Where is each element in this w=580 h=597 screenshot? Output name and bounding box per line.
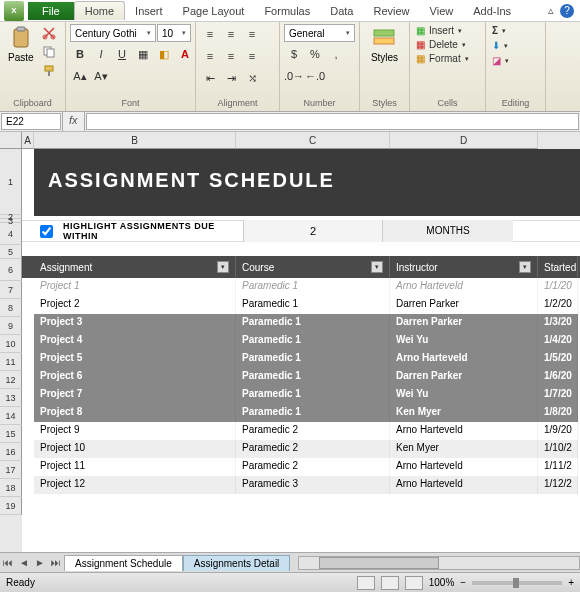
orientation-button[interactable]: ⤭	[242, 68, 262, 88]
decrease-indent-button[interactable]: ⇤	[200, 68, 220, 88]
cut-button[interactable]	[40, 24, 58, 42]
row-header[interactable]: 4	[0, 223, 22, 245]
table-cell[interactable]: Paramedic 1	[236, 386, 390, 404]
table-cell[interactable]: Paramedic 1	[236, 368, 390, 386]
row-header[interactable]: 8	[0, 299, 22, 317]
table-cell[interactable]: Darren Parker	[390, 314, 538, 332]
row-header[interactable]: 6	[0, 259, 22, 281]
tab-addins[interactable]: Add-Ins	[463, 2, 521, 20]
scrollbar-thumb[interactable]	[319, 557, 439, 569]
highlight-value-cell[interactable]: 2	[243, 220, 383, 242]
table-row[interactable]: Project 12Paramedic 3Arno Harteveld1/12/…	[22, 476, 580, 494]
table-cell[interactable]: Arno Harteveld	[390, 350, 538, 368]
table-cell[interactable]: Arno Harteveld	[390, 476, 538, 494]
table-cell[interactable]: Project 3	[34, 314, 236, 332]
table-cell[interactable]: 1/3/20	[538, 314, 578, 332]
table-cell[interactable]: Wei Yu	[390, 332, 538, 350]
fx-button[interactable]: fx	[62, 112, 85, 131]
row-header[interactable]: 17	[0, 461, 22, 479]
row-header[interactable]: 1	[0, 149, 22, 215]
format-cells-button[interactable]: ▦Format▾	[414, 52, 471, 65]
formula-input[interactable]	[86, 113, 579, 130]
table-cell[interactable]: Project 1	[34, 278, 236, 296]
grow-font-button[interactable]: A▴	[70, 66, 90, 86]
align-top-button[interactable]: ≡	[200, 24, 220, 44]
table-cell[interactable]: 1/4/20	[538, 332, 578, 350]
tab-formulas[interactable]: Formulas	[254, 2, 320, 20]
decrease-decimal-button[interactable]: ←.0	[305, 66, 325, 86]
autosum-button[interactable]: Σ▾	[490, 24, 508, 37]
table-cell[interactable]: Paramedic 1	[236, 332, 390, 350]
table-cell[interactable]: 1/12/2	[538, 476, 578, 494]
highlight-unit-cell[interactable]: MONTHS	[383, 220, 513, 242]
highlight-checkbox[interactable]	[40, 225, 53, 238]
tab-view[interactable]: View	[420, 2, 464, 20]
table-row[interactable]: Project 11Paramedic 2Arno Harteveld1/11/…	[22, 458, 580, 476]
font-name-combo[interactable]: Century Gothi▾	[70, 24, 156, 42]
row-header[interactable]: 15	[0, 425, 22, 443]
tab-nav-first[interactable]: ⏮	[0, 557, 16, 568]
table-row[interactable]: Project 9Paramedic 2Arno Harteveld1/9/20	[22, 422, 580, 440]
row-header[interactable]: 13	[0, 389, 22, 407]
zoom-in-button[interactable]: +	[568, 577, 574, 588]
tab-insert[interactable]: Insert	[125, 2, 173, 20]
table-cell[interactable]: Project 2	[34, 296, 236, 314]
zoom-out-button[interactable]: −	[460, 577, 466, 588]
table-cell[interactable]: Paramedic 1	[236, 278, 390, 296]
align-left-button[interactable]: ≡	[200, 46, 220, 66]
insert-cells-button[interactable]: ▦Insert▾	[414, 24, 464, 37]
help-icon[interactable]: ?	[560, 4, 574, 18]
tab-nav-prev[interactable]: ◄	[16, 557, 32, 568]
increase-indent-button[interactable]: ⇥	[221, 68, 241, 88]
italic-button[interactable]: I	[91, 44, 111, 64]
table-cell[interactable]: 1/9/20	[538, 422, 578, 440]
table-cell[interactable]: Paramedic 3	[236, 476, 390, 494]
sheet-content[interactable]: ASSIGNMENT SCHEDULE HIGHLIGHT ASSIGNMENT…	[22, 149, 580, 494]
filter-dropdown-icon[interactable]: ▾	[519, 261, 531, 273]
table-cell[interactable]: Arno Harteveld	[390, 458, 538, 476]
table-cell[interactable]: Project 8	[34, 404, 236, 422]
th-assignment[interactable]: Assignment▾	[34, 256, 236, 278]
table-cell[interactable]: Project 4	[34, 332, 236, 350]
col-header-d[interactable]: D	[390, 132, 538, 149]
th-instructor[interactable]: Instructor▾	[390, 256, 538, 278]
row-header[interactable]: 12	[0, 371, 22, 389]
row-header[interactable]: 18	[0, 479, 22, 497]
increase-decimal-button[interactable]: .0→	[284, 66, 304, 86]
tab-page-layout[interactable]: Page Layout	[173, 2, 255, 20]
table-row[interactable]: Project 10Paramedic 2Ken Myer1/10/2	[22, 440, 580, 458]
percent-button[interactable]: %	[305, 44, 325, 64]
number-format-combo[interactable]: General▾	[284, 24, 355, 42]
table-row[interactable]: Project 7Paramedic 1Wei Yu1/7/20	[22, 386, 580, 404]
row-header[interactable]: 11	[0, 353, 22, 371]
table-cell[interactable]: Darren Parker	[390, 368, 538, 386]
table-cell[interactable]: Paramedic 1	[236, 314, 390, 332]
table-row[interactable]: Project 3Paramedic 1Darren Parker1/3/20	[22, 314, 580, 332]
table-cell[interactable]: 1/7/20	[538, 386, 578, 404]
table-row[interactable]: Project 5Paramedic 1Arno Harteveld1/5/20	[22, 350, 580, 368]
tab-data[interactable]: Data	[320, 2, 363, 20]
row-header[interactable]: 16	[0, 443, 22, 461]
col-header-b[interactable]: B	[34, 132, 236, 149]
font-color-button[interactable]: A	[175, 44, 195, 64]
cell-styles-button[interactable]: Styles	[367, 24, 402, 65]
table-cell[interactable]: 1/5/20	[538, 350, 578, 368]
tab-nav-last[interactable]: ⏭	[48, 557, 64, 568]
table-cell[interactable]: Ken Myer	[390, 404, 538, 422]
table-cell[interactable]: Arno Harteveld	[390, 278, 538, 296]
table-cell[interactable]: 1/8/20	[538, 404, 578, 422]
align-right-button[interactable]: ≡	[242, 46, 262, 66]
col-header-a[interactable]: A	[22, 132, 34, 149]
table-cell[interactable]: Project 6	[34, 368, 236, 386]
sheet-tab-active[interactable]: Assignment Schedule	[64, 555, 183, 571]
row-header[interactable]: 14	[0, 407, 22, 425]
row-header[interactable]: 7	[0, 281, 22, 299]
tab-home[interactable]: Home	[74, 1, 125, 20]
name-box[interactable]: E22	[1, 113, 61, 130]
table-cell[interactable]: 1/6/20	[538, 368, 578, 386]
table-cell[interactable]: Ken Myer	[390, 440, 538, 458]
font-size-combo[interactable]: 10▾	[157, 24, 191, 42]
table-cell[interactable]: Project 12	[34, 476, 236, 494]
table-cell[interactable]: 1/10/2	[538, 440, 578, 458]
table-cell[interactable]: Project 10	[34, 440, 236, 458]
